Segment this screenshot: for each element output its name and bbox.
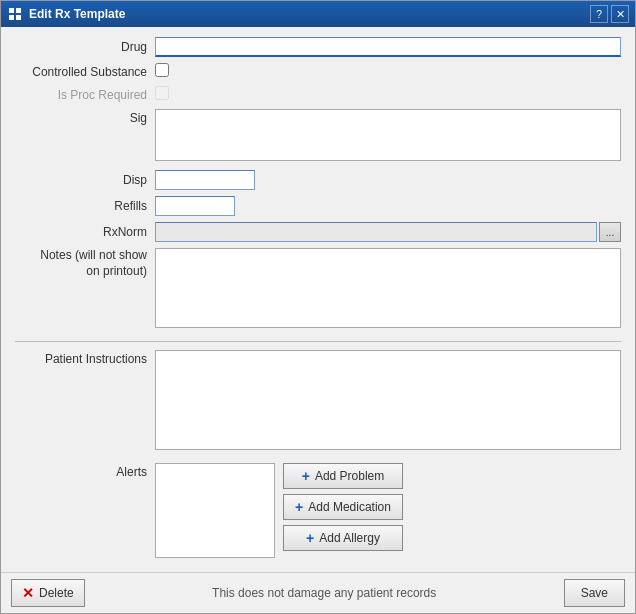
drug-row: Drug	[15, 37, 621, 57]
refills-input[interactable]	[155, 196, 235, 216]
add-allergy-button[interactable]: + Add Allergy	[283, 525, 403, 551]
sig-label: Sig	[15, 109, 155, 125]
drug-input[interactable]	[155, 37, 621, 57]
alerts-section: Alerts + Add Problem + Add Medication + …	[15, 463, 621, 558]
help-button[interactable]: ?	[590, 5, 608, 23]
controlled-substance-checkbox[interactable]	[155, 63, 169, 77]
add-problem-button[interactable]: + Add Problem	[283, 463, 403, 489]
delete-label: Delete	[39, 586, 74, 600]
patient-instructions-row: Patient Instructions	[15, 350, 621, 453]
title-bar: Edit Rx Template ? ✕	[1, 1, 635, 27]
svg-rect-1	[16, 8, 21, 13]
window-title: Edit Rx Template	[29, 7, 587, 21]
notes-textarea[interactable]	[155, 248, 621, 328]
patient-instructions-textarea[interactable]	[155, 350, 621, 450]
is-proc-required-label: Is Proc Required	[15, 88, 155, 102]
add-medication-button[interactable]: + Add Medication	[283, 494, 403, 520]
refills-label: Refills	[15, 199, 155, 213]
is-proc-required-wrapper	[155, 86, 621, 103]
footer: ✕ Delete This does not damage any patien…	[1, 572, 635, 613]
controlled-substance-row: Controlled Substance	[15, 63, 621, 80]
sig-textarea[interactable]	[155, 109, 621, 161]
alerts-buttons: + Add Problem + Add Medication + Add All…	[283, 463, 403, 558]
footer-message: This does not damage any patient records	[85, 586, 564, 600]
edit-rx-template-window: Edit Rx Template ? ✕ Drug Controlled Sub…	[0, 0, 636, 614]
svg-rect-0	[9, 8, 14, 13]
patient-instructions-wrapper	[155, 350, 621, 453]
is-proc-required-row: Is Proc Required	[15, 86, 621, 103]
divider	[15, 341, 621, 342]
delete-button[interactable]: ✕ Delete	[11, 579, 85, 607]
controlled-substance-label: Controlled Substance	[15, 65, 155, 79]
rxnorm-row: RxNorm ...	[15, 222, 621, 242]
add-problem-label: Add Problem	[315, 469, 384, 483]
delete-x-icon: ✕	[22, 585, 34, 601]
disp-wrapper	[155, 170, 621, 190]
sig-row: Sig	[15, 109, 621, 164]
close-button[interactable]: ✕	[611, 5, 629, 23]
sig-wrapper	[155, 109, 621, 164]
rxnorm-input[interactable]	[155, 222, 597, 242]
save-button[interactable]: Save	[564, 579, 625, 607]
svg-rect-2	[9, 15, 14, 20]
add-allergy-label: Add Allergy	[319, 531, 380, 545]
rxnorm-wrapper: ...	[155, 222, 621, 242]
is-proc-required-checkbox[interactable]	[155, 86, 169, 100]
add-problem-plus-icon: +	[302, 468, 310, 484]
add-medication-label: Add Medication	[308, 500, 391, 514]
alerts-label: Alerts	[15, 463, 155, 558]
notes-label-line1: Notes (will not show	[15, 248, 147, 264]
add-allergy-plus-icon: +	[306, 530, 314, 546]
disp-label: Disp	[15, 173, 155, 187]
app-icon	[7, 6, 23, 22]
svg-rect-3	[16, 15, 21, 20]
disp-row: Disp	[15, 170, 621, 190]
rxnorm-browse-button[interactable]: ...	[599, 222, 621, 242]
refills-wrapper	[155, 196, 621, 216]
refills-row: Refills	[15, 196, 621, 216]
notes-label-wrapper: Notes (will not show on printout)	[15, 248, 155, 279]
drug-label: Drug	[15, 40, 155, 54]
alerts-list	[155, 463, 275, 558]
notes-row: Notes (will not show on printout)	[15, 248, 621, 331]
add-medication-plus-icon: +	[295, 499, 303, 515]
form-content: Drug Controlled Substance Is Proc Requir…	[1, 27, 635, 572]
notes-wrapper	[155, 248, 621, 331]
rxnorm-label: RxNorm	[15, 225, 155, 239]
patient-instructions-label: Patient Instructions	[15, 350, 155, 366]
disp-input[interactable]	[155, 170, 255, 190]
notes-label-line2: on printout)	[15, 264, 147, 280]
drug-field-wrapper	[155, 37, 621, 57]
controlled-substance-wrapper	[155, 63, 621, 80]
